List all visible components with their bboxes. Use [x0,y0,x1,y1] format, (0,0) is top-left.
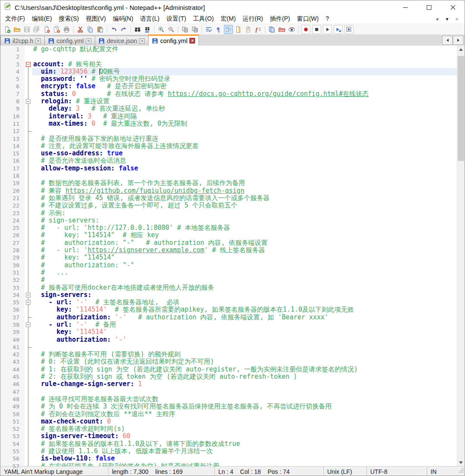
code-line-4[interactable]: uin: 1233456 # QQ账号 [32,68,457,75]
code-line-37[interactable]: authorization: '-' # authorization 内容, 依… [32,314,457,321]
sync-horizontal-button[interactable] [190,25,199,34]
document-list-button[interactable] [244,25,253,34]
menu-item-7[interactable]: 工具(O) [189,15,217,23]
menu-item-0[interactable]: 文件(F) [2,15,28,23]
close-window-button[interactable] [441,0,465,14]
tab-close-icon[interactable]: × [35,38,41,44]
menu-item-3[interactable]: 视图(V) [82,15,109,23]
code-line-31[interactable]: # ... [32,269,457,276]
tab-il2cpp.h[interactable]: il2cpp.h× [0,36,45,46]
code-line-56[interactable]: is-below-110: false [32,455,457,462]
resize-grip[interactable] [459,467,464,475]
find-button[interactable] [133,25,142,34]
code-line-45[interactable]: # 2: 在获取到的 sign 或 token 为空 (若选此建议关闭 auto… [32,373,457,380]
code-line-49[interactable]: # 为 0 时会在连续 3 次没有找到可用签名服务器后保持使用主签名服务器, 不… [32,403,457,410]
zoom-in-button[interactable] [157,25,166,34]
code-line-9[interactable]: delay: 3 # 首次重连延迟, 单位秒 [32,105,457,112]
menu-item-8[interactable]: 宏(M) [217,15,239,23]
code-line-18[interactable] [32,172,457,179]
code-line-54[interactable]: # 如果签名服务器的版本在1.1.0及以下, 请将下面的参数改成true [32,440,457,448]
code-line-13[interactable]: # 是否使用服务器下发的新地址进行重连 [32,135,457,142]
text-area[interactable]: # go-cqhttp 默认配置文件account: # 账号相关 uin: 1… [32,46,457,466]
function-list-button[interactable]: f [254,25,263,34]
code-line-52[interactable]: # 签名服务请求超时时间(s) [32,425,457,433]
code-line-43[interactable]: # 0: 不设置 (此时仅在请求无法返回结果时判定为不可用) [32,358,457,365]
code-line-2[interactable] [32,53,457,60]
macro-save-button[interactable] [334,25,343,34]
print-button[interactable] [62,25,71,34]
fold-toggle[interactable] [26,62,31,67]
menu-item-11[interactable]: 窗口(W) [294,15,322,23]
tab-scroll-left-button[interactable] [442,36,453,45]
code-line-26[interactable]: # key: "114514" # 相应 key [32,232,457,239]
save-button[interactable] [22,25,31,34]
scroll-up-button[interactable] [457,46,465,53]
menu-item-2[interactable]: 搜索(S) [56,15,83,23]
macro-stop-button[interactable] [312,25,321,34]
code-line-30[interactable]: # authorization: "-" [32,262,457,269]
tab-close-icon[interactable]: × [139,38,145,44]
copy-button[interactable] [86,25,95,34]
code-line-40[interactable]: authorization: '-' [32,336,457,343]
code-line-36[interactable]: key: '114514' # 签名服务器所需要的apikey, 如果签名服务器… [32,306,457,313]
menu-item-help[interactable]: ? [322,15,332,23]
code-line-23[interactable]: # 示例: [32,210,457,217]
word-wrap-button[interactable] [204,25,213,34]
close-all-button[interactable] [52,25,61,34]
tab-scroll-right-button[interactable] [453,36,463,45]
code-line-48[interactable]: # 连续寻找可用签名服务器最大尝试次数 [32,396,457,403]
menu-item-1[interactable]: 编辑(E) [28,15,56,23]
code-line-20[interactable]: # 兼容 https://github.com/fuqiuluo/unidbg-… [32,187,457,195]
code-line-12[interactable] [32,127,457,135]
code-line-32[interactable]: # [32,276,457,284]
menu-item-5[interactable]: 语言(L) [136,15,163,23]
code-line-53[interactable]: sign-server-timeout: 60 [32,433,457,440]
show-all-characters-button[interactable]: ¶ [214,25,223,34]
fold-toggle[interactable] [26,322,31,327]
fold-toggle[interactable] [26,293,31,297]
code-line-38[interactable]: - url: '-' # 备用 [32,321,457,328]
new-file-button[interactable] [3,25,12,34]
redo-button[interactable] [119,25,128,34]
tab-device.json[interactable]: device.json× [95,36,149,46]
tab-close-icon[interactable]: × [86,38,91,44]
code-line-1[interactable]: # go-cqhttp 默认配置文件 [32,46,457,53]
tab-close-icon[interactable]: × [189,38,195,43]
sync-vertical-button[interactable] [180,25,189,34]
zoom-out-button[interactable] [167,25,176,34]
code-line-16[interactable]: # 是否允许发送临时会话消息 [32,157,457,164]
code-line-22[interactable]: # 不建议设置过多, 设置主备各一个即可, 超过 5 个只会取前五个 [32,202,457,209]
code-line-41[interactable] [32,343,457,351]
code-line-10[interactable]: interval: 3 # 重连间隔 [32,113,457,120]
menu-item-6[interactable]: 设置(T) [163,15,189,23]
macro-play-button[interactable] [323,25,332,34]
doc-switcher-button[interactable] [267,25,276,34]
undo-button[interactable] [109,25,118,34]
code-line-35[interactable]: - url: '-' # 主签名服务器地址, 必填 [32,299,457,306]
code-line-5[interactable]: password: '' # 密码为空时使用扫码登录 [32,75,457,83]
fold-toggle[interactable] [26,99,31,104]
paste-button[interactable] [96,25,105,34]
save-all-button[interactable] [32,25,41,34]
code-line-29[interactable]: # key: "114514" [32,254,457,261]
minimize-button[interactable] [394,0,417,14]
doc-map-button[interactable] [234,25,243,34]
code-line-46[interactable]: rule-change-sign-server: 1 [32,380,457,388]
code-line-19[interactable]: # 数据包的签名服务器列表, 第一个作为主签名服务器, 后续作为备用 [32,179,457,187]
scrollbar-thumb[interactable] [458,56,464,161]
tab-config.yml-active[interactable]: config.yml× [148,34,199,46]
code-line-33[interactable]: # 服务器可使用docker在本地搭建或者使用他人开放的服务 [32,284,457,291]
menu-close-button[interactable]: × [455,16,459,22]
fold-toggle[interactable] [26,300,31,305]
code-line-11[interactable]: max-times: 0 # 最大重连次数, 0为无限制 [32,120,457,127]
code-line-28[interactable]: # - url: 'https://signserver.example.com… [32,247,457,254]
file-monitoring-button[interactable] [287,25,296,34]
code-line-55[interactable]: # 建议使用 1.1.6 以上版本, 低版本普遍半个月冻结一次 [32,448,457,455]
code-line-34[interactable]: sign-servers: [32,291,457,299]
code-line-25[interactable]: # - url: 'http://127.0.0.1:8080' # 本地签名服… [32,224,457,232]
code-line-27[interactable]: # authorization: "-" # authorization 内容,… [32,239,457,247]
code-line-14[interactable]: # 注意, 此设置可能导致在海外服务器上连接情况更差 [32,142,457,150]
macro-record-button[interactable] [301,25,310,34]
macro-run-multiple-button[interactable] [344,25,353,34]
code-line-57[interactable]: # 在实例可能丢失 (获取到的签名为空) 时是否尝试重新注册 [32,463,457,466]
